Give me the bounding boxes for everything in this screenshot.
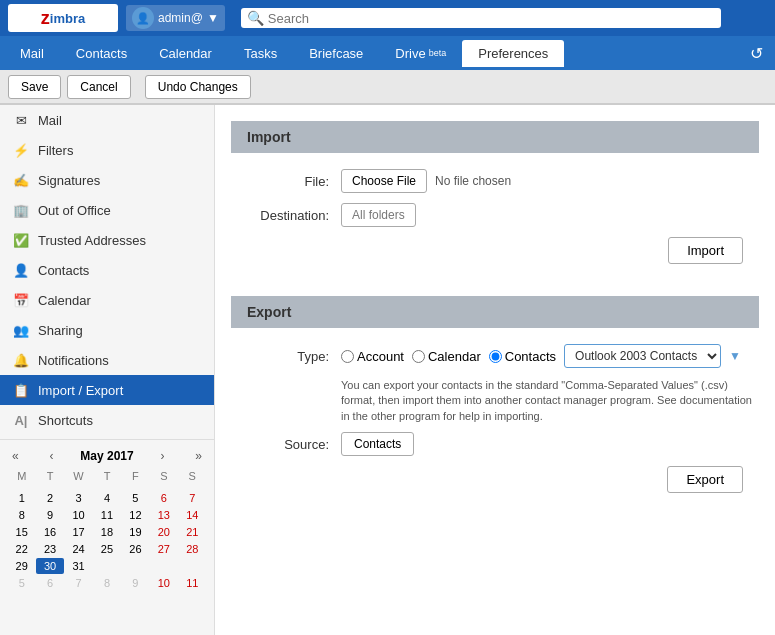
sidebar-item-filters[interactable]: ⚡ Filters (0, 135, 214, 165)
calendar-day[interactable]: 10 (150, 575, 177, 591)
radio-calendar-input[interactable] (412, 350, 425, 363)
calendar-day[interactable]: 22 (8, 541, 35, 557)
calendar-day-header: T (93, 468, 120, 484)
calendar-day[interactable]: 7 (65, 575, 92, 591)
import-export-icon: 📋 (12, 381, 30, 399)
calendar-day[interactable]: 8 (8, 507, 35, 523)
sidebar-item-import-export[interactable]: 📋 Import / Export (0, 375, 214, 405)
calendar-day (150, 558, 177, 574)
calendar-day (179, 485, 206, 489)
cal-next-next-button[interactable]: » (191, 448, 206, 464)
calendar-day[interactable]: 20 (150, 524, 177, 540)
sharing-icon: 👥 (12, 321, 30, 339)
choose-file-button[interactable]: Choose File (341, 169, 427, 193)
save-button[interactable]: Save (8, 75, 61, 99)
calendar-day[interactable]: 23 (36, 541, 63, 557)
tab-calendar[interactable]: Calendar (143, 40, 228, 67)
tab-briefcase[interactable]: Briefcase (293, 40, 379, 67)
sidebar-item-out-of-office[interactable]: 🏢 Out of Office (0, 195, 214, 225)
calendar-day[interactable]: 17 (65, 524, 92, 540)
user-dropdown-icon: ▼ (207, 11, 219, 25)
calendar-day[interactable]: 25 (93, 541, 120, 557)
sidebar-item-mail[interactable]: ✉ Mail (0, 105, 214, 135)
radio-contacts[interactable]: Contacts (489, 349, 556, 364)
source-row: Source: Contacts (231, 432, 759, 456)
sidebar-item-signatures[interactable]: ✍ Signatures (0, 165, 214, 195)
calendar-day[interactable]: 8 (93, 575, 120, 591)
calendar-day[interactable]: 16 (36, 524, 63, 540)
radio-contacts-input[interactable] (489, 350, 502, 363)
calendar-day[interactable]: 1 (8, 490, 35, 506)
tab-drive[interactable]: Drivebeta (379, 40, 462, 67)
tab-tasks[interactable]: Tasks (228, 40, 293, 67)
calendar-day[interactable]: 28 (179, 541, 206, 557)
calendar-day[interactable]: 2 (36, 490, 63, 506)
search-icon: 🔍 (247, 10, 264, 26)
calendar-day[interactable]: 13 (150, 507, 177, 523)
calendar-day[interactable]: 5 (122, 490, 149, 506)
sidebar-item-shortcuts[interactable]: A| Shortcuts (0, 405, 214, 435)
calendar-day[interactable]: 14 (179, 507, 206, 523)
format-select[interactable]: Outlook 2003 Contacts CSV vCard (564, 344, 721, 368)
logo: z imbra (8, 4, 118, 32)
calendar-day[interactable]: 11 (93, 507, 120, 523)
calendar-day[interactable]: 26 (122, 541, 149, 557)
radio-calendar[interactable]: Calendar (412, 349, 481, 364)
calendar-day[interactable]: 6 (36, 575, 63, 591)
calendar-day[interactable]: 15 (8, 524, 35, 540)
calendar-day (8, 485, 35, 489)
tab-preferences[interactable]: Preferences (462, 40, 564, 67)
export-button[interactable]: Export (667, 466, 743, 493)
tab-mail[interactable]: Mail (4, 40, 60, 67)
sidebar-item-contacts[interactable]: 👤 Contacts (0, 255, 214, 285)
tab-contacts[interactable]: Contacts (60, 40, 143, 67)
format-dropdown-icon[interactable]: ▼ (729, 349, 741, 363)
radio-account-input[interactable] (341, 350, 354, 363)
calendar-day[interactable]: 18 (93, 524, 120, 540)
trusted-addresses-icon: ✅ (12, 231, 30, 249)
calendar-day[interactable]: 3 (65, 490, 92, 506)
cal-prev-prev-button[interactable]: « (8, 448, 23, 464)
sidebar-item-trusted-addresses[interactable]: ✅ Trusted Addresses (0, 225, 214, 255)
toolbar: Save Cancel Undo Changes (0, 70, 775, 105)
calendar-grid: MTWTFSS123456789101112131415161718192021… (8, 468, 206, 591)
calendar-day[interactable]: 19 (122, 524, 149, 540)
cancel-button[interactable]: Cancel (67, 75, 130, 99)
calendar-day[interactable]: 30 (36, 558, 63, 574)
source-button[interactable]: Contacts (341, 432, 414, 456)
avatar: 👤 (132, 7, 154, 29)
search-input[interactable] (268, 11, 715, 26)
cal-prev-button[interactable]: ‹ (46, 448, 58, 464)
sidebar-item-notifications[interactable]: 🔔 Notifications (0, 345, 214, 375)
undo-changes-button[interactable]: Undo Changes (145, 75, 251, 99)
search-bar: 🔍 (241, 8, 721, 28)
sidebar-item-sharing[interactable]: 👥 Sharing (0, 315, 214, 345)
calendar-day[interactable]: 31 (65, 558, 92, 574)
user-menu[interactable]: 👤 admin@ ▼ (126, 5, 225, 31)
destination-label: Destination: (231, 208, 341, 223)
destination-button[interactable]: All folders (341, 203, 416, 227)
cal-next-button[interactable]: › (157, 448, 169, 464)
calendar-day[interactable]: 11 (179, 575, 206, 591)
contacts-icon: 👤 (12, 261, 30, 279)
type-row: Type: Account Calendar Contacts Outlook … (231, 344, 759, 368)
calendar-day[interactable]: 21 (179, 524, 206, 540)
calendar-day[interactable]: 7 (179, 490, 206, 506)
calendar-day[interactable]: 4 (93, 490, 120, 506)
export-note: You can export your contacts in the stan… (341, 378, 759, 424)
calendar-day[interactable]: 10 (65, 507, 92, 523)
calendar-day[interactable]: 5 (8, 575, 35, 591)
radio-account[interactable]: Account (341, 349, 404, 364)
calendar-day[interactable]: 9 (122, 575, 149, 591)
refresh-button[interactable]: ↺ (742, 40, 771, 67)
calendar-day[interactable]: 9 (36, 507, 63, 523)
calendar-day[interactable]: 12 (122, 507, 149, 523)
calendar-day[interactable]: 27 (150, 541, 177, 557)
calendar-day-header: W (65, 468, 92, 484)
import-button[interactable]: Import (668, 237, 743, 264)
no-file-text: No file chosen (435, 174, 511, 188)
calendar-day[interactable]: 6 (150, 490, 177, 506)
calendar-day[interactable]: 29 (8, 558, 35, 574)
sidebar-item-calendar[interactable]: 📅 Calendar (0, 285, 214, 315)
calendar-day[interactable]: 24 (65, 541, 92, 557)
